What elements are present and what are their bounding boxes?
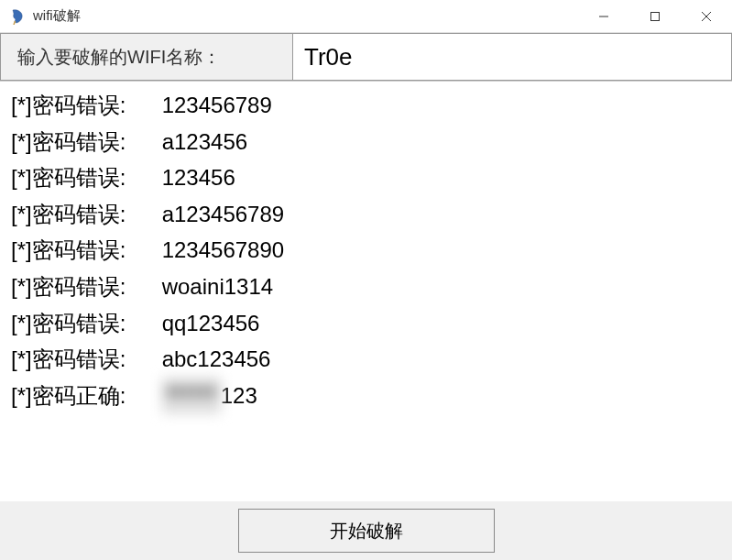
log-line-label: [*]密码错误:: [11, 305, 156, 342]
wifi-name-input[interactable]: Tr0e: [293, 33, 732, 81]
log-line: [*]密码错误: a123456789: [11, 196, 721, 233]
log-line: [*]密码错误: 1234567890: [11, 232, 721, 269]
log-line: [*]密码错误: 123456789: [11, 87, 721, 124]
log-line-label: [*]密码错误:: [11, 87, 156, 124]
svg-rect-1: [651, 12, 660, 20]
log-line-password: 1234567890: [162, 232, 284, 269]
button-row: 开始破解: [0, 501, 732, 560]
log-line: [*]密码错误: a123456: [11, 124, 721, 160]
app-icon: [9, 8, 26, 25]
log-line-password: a123456: [162, 124, 247, 160]
log-line: [*]密码正确: ******123: [11, 378, 721, 414]
window-controls: [578, 0, 732, 32]
log-line-label: [*]密码错误:: [11, 124, 156, 160]
log-line-label: [*]密码错误:: [11, 232, 156, 269]
log-line: [*]密码错误: woaini1314: [11, 269, 721, 305]
start-button[interactable]: 开始破解: [238, 509, 495, 553]
log-line-password: abc123456: [162, 341, 271, 378]
log-line-label: [*]密码正确:: [11, 378, 156, 414]
log-line-password: 123456789: [162, 87, 272, 124]
log-line-label: [*]密码错误:: [11, 159, 156, 196]
close-button[interactable]: [681, 0, 732, 32]
log-line-label: [*]密码错误:: [11, 341, 156, 378]
log-line: [*]密码错误: 123456: [11, 159, 721, 196]
log-line-password: a123456789: [162, 196, 284, 233]
log-line-label: [*]密码错误:: [11, 269, 156, 305]
minimize-button[interactable]: [578, 0, 629, 32]
output-log[interactable]: [*]密码错误: 123456789[*]密码错误: a123456[*]密码错…: [0, 81, 732, 501]
input-row: 输入要破解的WIFI名称： Tr0e: [0, 33, 732, 81]
log-line-label: [*]密码错误:: [11, 196, 156, 233]
wifi-name-label: 输入要破解的WIFI名称：: [0, 33, 293, 81]
log-line-password: qq123456: [162, 305, 260, 342]
title-bar: wifi破解: [0, 0, 732, 33]
log-line-password: woaini1314: [162, 269, 273, 305]
log-line-password: 123456: [162, 159, 235, 196]
log-line-password-hidden: ******: [162, 378, 221, 414]
maximize-button[interactable]: [629, 0, 681, 32]
window-title: wifi破解: [33, 7, 578, 25]
app-window: wifi破解 输入要破解的WIFI名称： Tr0e [*]密码错误: 12345…: [0, 0, 732, 560]
log-line-password-tail: 123: [221, 378, 257, 414]
log-line: [*]密码错误: abc123456: [11, 341, 721, 378]
log-line: [*]密码错误: qq123456: [11, 305, 721, 342]
